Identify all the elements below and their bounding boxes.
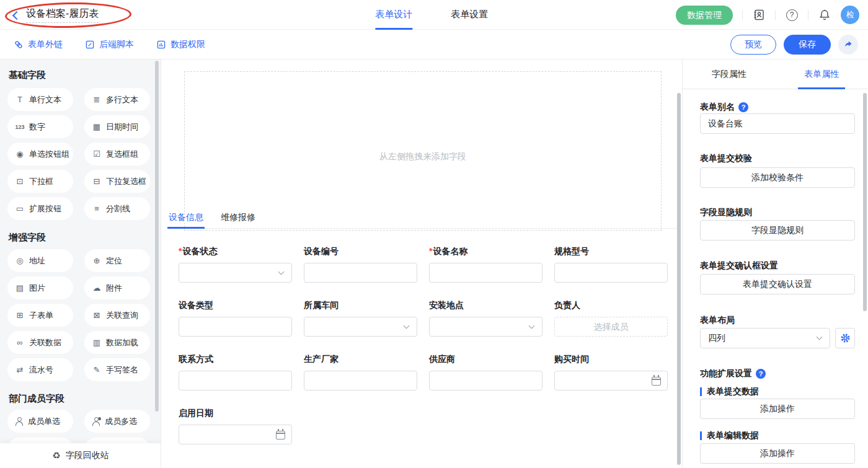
field-item-image[interactable]: ▤图片: [7, 276, 73, 299]
help-icon[interactable]: ?: [785, 8, 799, 22]
address-pin-icon: ◎: [15, 256, 25, 265]
field-item-radio-group[interactable]: ◉单选按钮组: [7, 143, 73, 166]
field-item-serial-number[interactable]: ⇄流水号: [7, 358, 73, 381]
member-multi-icon: [92, 417, 100, 426]
form-external-link[interactable]: 表单外链: [14, 39, 63, 50]
form-field: 联系方式: [179, 354, 292, 391]
help-icon[interactable]: ?: [756, 369, 766, 379]
field-item-select[interactable]: ⊡下拉框: [7, 170, 73, 193]
field-label: *设备名称: [429, 246, 542, 258]
form-field: 负责人 选择成员: [554, 300, 668, 337]
form-field: *设备名称: [429, 246, 542, 283]
field-item-lookup-query[interactable]: ⊠关联查询: [84, 304, 150, 327]
share-button[interactable]: [838, 35, 858, 55]
permission-icon: [156, 40, 166, 50]
backend-script-link[interactable]: 后端脚本: [85, 39, 134, 50]
submit-data-add-action-button[interactable]: 添加操作: [700, 399, 855, 419]
preview-button[interactable]: 预览: [730, 35, 776, 55]
field-item-address[interactable]: ◎地址: [7, 249, 73, 272]
page-title[interactable]: 设备档案-履历表: [26, 7, 99, 23]
form-layout-label: 表单布局: [700, 314, 855, 327]
tab-device-info[interactable]: 设备信息: [167, 209, 205, 229]
field-visibility-button[interactable]: 字段显隐规则: [700, 220, 855, 241]
field-item-checkbox-group[interactable]: ☑复选框组: [84, 143, 150, 166]
data-permission-link[interactable]: 数据权限: [156, 39, 205, 50]
field-item-single-text[interactable]: T单行文本: [7, 88, 73, 111]
single-text-icon: T: [15, 95, 25, 104]
tab-repair-report[interactable]: 维修报修: [219, 209, 257, 229]
tab-form-properties[interactable]: 表单属性: [798, 60, 845, 89]
user-avatar[interactable]: 检: [841, 6, 859, 24]
form-fields-grid: *设备状态 设备编号 *设备名称 规格型号 设备类型 所属车间: [179, 246, 668, 462]
canvas-scrollbar[interactable]: [677, 93, 681, 465]
dropzone-placeholder: 从左侧拖拽来添加字段: [185, 151, 661, 162]
manufacturer-input[interactable]: [304, 371, 417, 391]
data-manage-button[interactable]: 数据管理: [676, 6, 733, 25]
field-item-subform[interactable]: ⊞子表单: [7, 304, 73, 327]
field-item-member-multi[interactable]: 成员多选: [84, 410, 150, 433]
enable-date-datepicker[interactable]: [179, 425, 292, 444]
field-item-multi-select[interactable]: ⊟下拉复选框: [84, 170, 150, 193]
image-icon: ▤: [15, 283, 25, 293]
field-item-attachment[interactable]: ☁附件: [84, 276, 150, 299]
device-code-input[interactable]: [304, 263, 417, 283]
tab-field-properties[interactable]: 字段属性: [706, 60, 753, 89]
device-name-input[interactable]: [429, 263, 542, 283]
section-title-basic: 基础字段: [9, 69, 46, 81]
link-icon: [14, 40, 24, 50]
edit-data-add-action-button[interactable]: 添加操作: [700, 443, 855, 464]
edit-data-subsection: 表单编辑数据: [700, 430, 855, 442]
section-title-member: 部门成员字段: [9, 393, 64, 405]
form-layout-select[interactable]: 四列: [700, 328, 830, 348]
submit-validation-label: 表单提交校验: [700, 152, 855, 165]
field-item-location[interactable]: ⊕定位: [84, 249, 150, 272]
field-item-datetime[interactable]: ▦日期时间: [84, 115, 150, 138]
panel-scrollbar[interactable]: [863, 93, 867, 311]
section-bar: [700, 387, 702, 396]
form-alias-input[interactable]: [700, 113, 855, 134]
field-item-extend-button[interactable]: ▭扩展按钮: [7, 197, 73, 220]
divider-line-icon: ≡: [92, 204, 102, 213]
field-item-data-load[interactable]: ▥数据加载: [84, 331, 150, 354]
owner-member-picker[interactable]: 选择成员: [554, 317, 668, 337]
divider: [775, 10, 776, 20]
field-item-signature[interactable]: ✎手写签名: [84, 358, 150, 381]
field-item-divider[interactable]: ≡分割线: [84, 197, 150, 220]
share-arrow-icon: [843, 40, 853, 50]
tab-form-settings[interactable]: 表单设置: [451, 0, 488, 30]
field-label: 规格型号: [554, 246, 668, 258]
field-label: 生产厂家: [304, 354, 417, 366]
spec-model-input[interactable]: [554, 263, 668, 283]
field-item-number[interactable]: 123数字: [7, 115, 73, 138]
device-status-select[interactable]: [179, 263, 292, 283]
field-recycle-bin[interactable]: ♻ 字段回收站: [0, 443, 161, 468]
contact-input[interactable]: [179, 371, 292, 391]
submit-confirm-button[interactable]: 表单提交确认设置: [700, 274, 855, 294]
field-item-member-single[interactable]: 成员单选: [7, 410, 73, 433]
lookup-query-icon: ⊠: [92, 311, 102, 320]
help-icon[interactable]: ?: [738, 102, 748, 112]
field-library-sidebar: 基础字段 T单行文本 ≣多行文本 123数字 ▦日期时间 ◉单选按钮组 ☑复选框…: [0, 60, 161, 468]
workshop-select[interactable]: [304, 317, 417, 337]
layout-settings-button[interactable]: [835, 328, 855, 348]
field-item-related-data[interactable]: ∞关联数据: [7, 331, 73, 354]
field-dropzone[interactable]: 从左侧拖拽来添加字段: [184, 71, 662, 231]
field-item-multi-text[interactable]: ≣多行文本: [84, 88, 150, 111]
signature-pen-icon: ✎: [92, 365, 102, 374]
serial-number-icon: ⇄: [15, 365, 25, 374]
add-validation-button[interactable]: 添加校验条件: [700, 167, 855, 188]
notification-bell-icon[interactable]: [818, 8, 831, 22]
purchase-time-datepicker[interactable]: [554, 371, 668, 391]
form-toolbar: 表单外链 后端脚本 数据权限 预览 保存: [0, 30, 868, 60]
multi-select-icon: ⊟: [92, 177, 102, 186]
tab-form-design[interactable]: 表单设计: [375, 0, 412, 30]
supplier-input[interactable]: [429, 371, 542, 391]
device-type-input[interactable]: [179, 317, 292, 337]
install-location-select[interactable]: [429, 317, 542, 337]
section-bar: [700, 431, 702, 440]
back-icon[interactable]: [12, 11, 21, 19]
contacts-book-icon[interactable]: [752, 8, 766, 22]
header-tabs: 表单设计 表单设置: [375, 0, 488, 30]
save-button[interactable]: 保存: [784, 35, 831, 55]
sidebar-scrollbar[interactable]: [155, 61, 159, 412]
